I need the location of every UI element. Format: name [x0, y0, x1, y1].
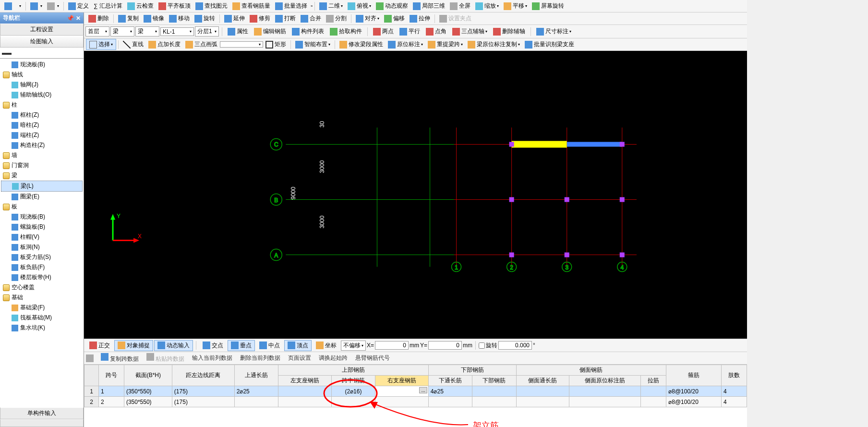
- layer-select[interactable]: 分层1▾: [195, 26, 219, 37]
- cell[interactable]: [278, 386, 332, 397]
- col-limb[interactable]: 肢数: [722, 365, 747, 386]
- offset-btn[interactable]: 偏移: [382, 13, 407, 24]
- trim-btn[interactable]: 修剪: [248, 13, 272, 24]
- mirror-btn[interactable]: 镜像: [142, 13, 166, 24]
- cell[interactable]: [428, 397, 472, 407]
- extend-btn[interactable]: 延伸: [222, 13, 247, 24]
- cell-right-support[interactable]: [375, 386, 429, 397]
- col-right-support[interactable]: 右支座钢筋: [375, 376, 429, 386]
- stretch-btn[interactable]: 拉伸: [408, 13, 432, 24]
- tree-item[interactable]: 梁(L): [1, 181, 83, 192]
- tree-item[interactable]: 空心楼盖: [1, 282, 83, 293]
- move-btn[interactable]: 移动: [167, 13, 192, 24]
- paste-span-btn[interactable]: 粘贴跨数据: [145, 352, 186, 364]
- rect-btn[interactable]: 矩形: [264, 39, 288, 49]
- tree-item[interactable]: 柱帽(V): [1, 232, 83, 242]
- copy-span-btn[interactable]: 复制跨数据: [99, 352, 141, 364]
- copy-insitu-btn[interactable]: 梁原位标注复制▾: [466, 39, 522, 49]
- rotate-check[interactable]: [479, 342, 485, 349]
- col-upper-through[interactable]: 上通长筋: [234, 365, 278, 386]
- join-btn[interactable]: 合并: [299, 13, 323, 24]
- cell[interactable]: 4: [722, 386, 747, 397]
- category-select[interactable]: 梁▾: [110, 26, 134, 37]
- offset-select[interactable]: 不偏移▾: [341, 341, 366, 351]
- tree-item[interactable]: 板: [1, 202, 83, 212]
- nav-section-project[interactable]: 工程设置: [0, 24, 84, 36]
- col-left-support[interactable]: 左支座钢筋: [278, 376, 332, 386]
- tree-item[interactable]: 板洞(N): [1, 242, 83, 252]
- row-header[interactable]: 2: [84, 397, 99, 407]
- col-lower-through[interactable]: 下通长筋: [428, 376, 472, 386]
- rotate-btn[interactable]: 旋转: [193, 13, 217, 24]
- align-btn[interactable]: 对齐▾: [354, 13, 381, 24]
- page-setup-btn[interactable]: 页面设置: [286, 353, 313, 363]
- col-span[interactable]: 跨号: [99, 365, 124, 386]
- cell[interactable]: [641, 386, 666, 397]
- delete-btn[interactable]: 删除: [86, 13, 111, 24]
- cell[interactable]: (350*550): [124, 397, 172, 407]
- col-upper-group[interactable]: 上部钢筋: [278, 365, 429, 376]
- col-stirrup[interactable]: 箍筋: [666, 365, 722, 386]
- input-col-btn[interactable]: 输入当前列数据: [190, 353, 234, 363]
- cell[interactable]: [516, 386, 569, 397]
- delete-axis-btn[interactable]: 删除辅轴: [491, 26, 527, 37]
- view-rebar-btn[interactable]: 查看钢筋量: [230, 1, 272, 11]
- y-input[interactable]: [428, 341, 462, 350]
- cell[interactable]: ⌀8@100/20: [666, 386, 722, 397]
- 2d-btn[interactable]: 二维▾: [317, 1, 345, 11]
- cell[interactable]: 2⌀25: [234, 386, 278, 397]
- col-side-through[interactable]: 侧面通长筋: [516, 376, 569, 386]
- select-btn[interactable]: 选择▾: [86, 39, 116, 50]
- table-row[interactable]: 11(350*550)(175)2⌀25(2⌀16)4⌀25⌀8@100/204: [84, 386, 747, 397]
- modify-beam-btn[interactable]: 修改梁段属性: [338, 39, 385, 49]
- arc-btn[interactable]: 三点画弧: [183, 39, 219, 49]
- col-mid-span[interactable]: 跨中钢筋: [331, 376, 375, 386]
- save-dropdown[interactable]: ▾: [16, 3, 23, 9]
- vertex-snap[interactable]: 顶点: [284, 340, 312, 351]
- col-lower-group[interactable]: 下部钢筋: [428, 365, 516, 376]
- row-header[interactable]: 1: [84, 386, 99, 397]
- intersect-snap[interactable]: 交点: [199, 340, 227, 351]
- cell[interactable]: (175): [172, 397, 234, 407]
- tree-item[interactable]: 轴线: [1, 70, 83, 80]
- cell[interactable]: [569, 397, 641, 407]
- cell[interactable]: [569, 386, 641, 397]
- pin-icon[interactable]: 📌: [67, 15, 74, 22]
- tree-item[interactable]: 暗柱(Z): [1, 120, 83, 130]
- tree-item[interactable]: 螺旋板(B): [1, 222, 83, 232]
- type-select[interactable]: 梁▾: [135, 26, 159, 37]
- cantilever-btn[interactable]: 悬臂钢筋代号: [353, 353, 392, 363]
- tree-item[interactable]: 墙: [1, 150, 83, 160]
- cell[interactable]: [375, 397, 429, 407]
- orbit-btn[interactable]: 动态观察: [374, 1, 410, 11]
- tree-item[interactable]: 轴网(J): [1, 80, 83, 90]
- nav-section-single[interactable]: 单构件输入: [0, 407, 84, 419]
- table-row[interactable]: 22(350*550)(175)⌀8@100/204: [84, 397, 747, 407]
- floor-select[interactable]: 首层▾: [85, 26, 109, 37]
- split-btn[interactable]: 分割: [324, 13, 349, 24]
- tree-item[interactable]: 现浇板(B): [1, 212, 83, 222]
- member-list-btn[interactable]: 构件列表: [290, 26, 326, 37]
- cell[interactable]: (175): [172, 386, 234, 397]
- coord-btn[interactable]: 坐标: [313, 340, 340, 351]
- two-point-btn[interactable]: 两点: [371, 26, 396, 37]
- properties-btn[interactable]: 属性: [226, 26, 250, 37]
- parallel-btn[interactable]: 平行: [398, 26, 422, 37]
- member-select[interactable]: KL-1▾: [160, 27, 194, 36]
- zoom-btn[interactable]: 缩放▾: [473, 1, 501, 11]
- x-input[interactable]: [375, 341, 409, 350]
- reextract-span-btn[interactable]: 重提梁跨▾: [426, 39, 465, 49]
- tree-item[interactable]: 板受力筋(S): [1, 252, 83, 262]
- smart-layout-btn[interactable]: 智能布置▾: [293, 39, 332, 49]
- close-icon[interactable]: ✕: [76, 15, 81, 22]
- cell[interactable]: [331, 397, 375, 407]
- define-btn[interactable]: 定义: [66, 1, 91, 11]
- osnap-toggle[interactable]: 对象捕捉: [114, 340, 153, 351]
- cell[interactable]: [641, 397, 666, 407]
- delete-col-btn[interactable]: 删除当前列数据: [238, 353, 282, 363]
- tree-item[interactable]: 门窗洞: [1, 160, 83, 171]
- angle-input[interactable]: [498, 341, 532, 350]
- tree-item[interactable]: 端柱(Z): [1, 130, 83, 140]
- col-dist[interactable]: 距左边线距离: [172, 365, 234, 386]
- cell[interactable]: (350*550): [124, 386, 172, 397]
